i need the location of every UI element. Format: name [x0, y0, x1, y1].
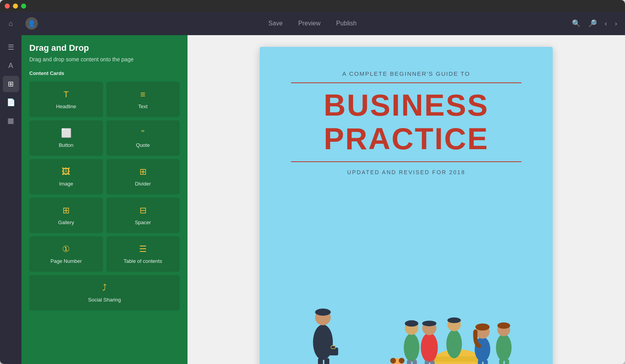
social-sharing-icon: ⤴ — [102, 283, 107, 293]
page-canvas: A COMPLETE BEGINNER'S GUIDE TO BUSINESS … — [260, 47, 553, 364]
card-quote[interactable]: " Quote — [106, 120, 180, 156]
sidebar-subtitle: Drag and drop some content onto the page — [29, 56, 180, 62]
main-area: ☰ A ⊞ 📄 ▦ Drag and Drop Drag and drop so… — [0, 35, 625, 364]
card-button[interactable]: ⬜ Button — [29, 120, 103, 156]
illustration-area — [291, 187, 521, 364]
search-icon[interactable]: 🔍 — [572, 19, 580, 28]
social-sharing-label: Social Sharing — [88, 297, 121, 303]
svg-rect-28 — [484, 360, 488, 364]
icon-sidebar: ☰ A ⊞ 📄 ▦ — [0, 35, 21, 364]
card-gallery[interactable]: ⊞ Gallery — [29, 198, 103, 233]
button-label: Button — [59, 142, 73, 148]
user-avatar[interactable]: 👤 — [25, 17, 38, 30]
divider-label: Divider — [135, 181, 151, 187]
toolbar-left: ⌂ — [0, 20, 21, 28]
svg-point-13 — [422, 321, 436, 327]
svg-rect-5 — [318, 358, 323, 364]
divider-icon: ⊞ — [139, 167, 146, 177]
toolbar-nav-left: 👤 — [21, 17, 38, 30]
svg-point-23 — [475, 323, 489, 330]
card-text[interactable]: ≡ Text — [106, 82, 180, 117]
close-button[interactable] — [5, 4, 10, 9]
forward-arrow-icon[interactable]: › — [615, 20, 617, 28]
cards-grid: T Headline ≡ Text ⬜ Button " Quote — [29, 82, 180, 310]
svg-point-20 — [447, 318, 461, 323]
titlebar — [0, 0, 625, 12]
canvas-area: A COMPLETE BEGINNER'S GUIDE TO BUSINESS … — [188, 35, 625, 364]
card-table-of-contents[interactable]: ☰ Table of contents — [106, 236, 180, 272]
page-number-icon: ① — [62, 244, 70, 254]
minimize-button[interactable] — [13, 4, 18, 9]
publish-link[interactable]: Publish — [336, 20, 356, 27]
card-image[interactable]: 🖼 Image — [29, 159, 103, 194]
main-title: BUSINESS PRACTICE — [324, 89, 489, 156]
preview-link[interactable]: Preview — [298, 20, 321, 27]
zoom-icon[interactable]: 🔎 — [588, 19, 597, 28]
back-arrow-icon[interactable]: ‹ — [605, 20, 607, 28]
svg-rect-14 — [425, 361, 429, 364]
sidebar-icon-layers[interactable]: ▦ — [3, 112, 19, 129]
svg-rect-39 — [412, 360, 417, 364]
top-toolbar: ⌂ 👤 Save Preview Publish 🔍 🔎 ‹ › — [0, 12, 625, 35]
svg-rect-30 — [505, 359, 509, 364]
text-label: Text — [138, 103, 148, 109]
card-social-sharing[interactable]: ⤴ Social Sharing — [29, 275, 180, 310]
sidebar-title: Drag and Drop — [29, 43, 180, 53]
svg-point-11 — [421, 333, 438, 362]
quote-label: Quote — [136, 142, 150, 148]
svg-rect-38 — [407, 360, 411, 364]
image-icon: 🖼 — [62, 167, 70, 177]
svg-rect-27 — [478, 360, 482, 364]
svg-rect-6 — [324, 358, 329, 364]
spacer-icon: ⊟ — [139, 205, 146, 216]
card-divider[interactable]: ⊞ Divider — [106, 159, 180, 194]
sidebar-icon-document[interactable]: 📄 — [3, 94, 19, 111]
card-headline[interactable]: T Headline — [29, 82, 103, 117]
svg-rect-4 — [331, 346, 336, 348]
divider-bottom — [291, 161, 521, 162]
button-icon: ⬜ — [61, 128, 71, 138]
toolbar-center: Save Preview Publish — [268, 20, 357, 27]
toc-icon: ☰ — [139, 244, 147, 254]
svg-point-24 — [496, 334, 512, 361]
toc-label: Table of contents — [124, 258, 162, 264]
gallery-icon: ⊞ — [62, 205, 70, 216]
svg-point-18 — [446, 330, 462, 359]
guide-subtitle: A COMPLETE BEGINNER'S GUIDE TO — [342, 70, 470, 77]
illustration-svg — [291, 273, 521, 364]
headline-label: Headline — [56, 103, 76, 109]
quote-icon: " — [141, 128, 145, 138]
content-cards-label: Content Cards — [29, 70, 180, 76]
svg-point-37 — [405, 320, 418, 327]
svg-point-35 — [404, 334, 420, 362]
content-sidebar: Drag and Drop Drag and drop some content… — [21, 35, 188, 364]
home-icon[interactable]: ⌂ — [9, 20, 13, 28]
gallery-label: Gallery — [58, 219, 74, 225]
sidebar-icon-text[interactable]: A — [3, 57, 19, 74]
sidebar-icon-menu[interactable]: ☰ — [3, 39, 19, 55]
save-link[interactable]: Save — [268, 20, 282, 27]
svg-point-2 — [315, 309, 331, 316]
text-icon: ≡ — [140, 89, 145, 100]
headline-icon: T — [64, 89, 69, 100]
divider-top — [291, 82, 521, 83]
svg-point-34 — [399, 358, 405, 364]
image-label: Image — [59, 181, 73, 187]
svg-rect-29 — [499, 359, 504, 364]
updated-text: UPDATED AND REVISED FOR 2018 — [347, 169, 465, 175]
spacer-label: Spacer — [135, 219, 151, 225]
maximize-button[interactable] — [21, 4, 26, 9]
svg-rect-10 — [433, 357, 482, 362]
sidebar-icon-blocks[interactable]: ⊞ — [3, 76, 19, 92]
svg-rect-15 — [430, 361, 435, 364]
card-spacer[interactable]: ⊟ Spacer — [106, 198, 180, 233]
toolbar-right: 🔍 🔎 ‹ › — [572, 19, 617, 28]
svg-point-26 — [497, 322, 510, 328]
svg-point-33 — [390, 358, 396, 364]
card-page-number[interactable]: ① Page Number — [29, 236, 103, 272]
page-number-label: Page Number — [50, 258, 82, 264]
